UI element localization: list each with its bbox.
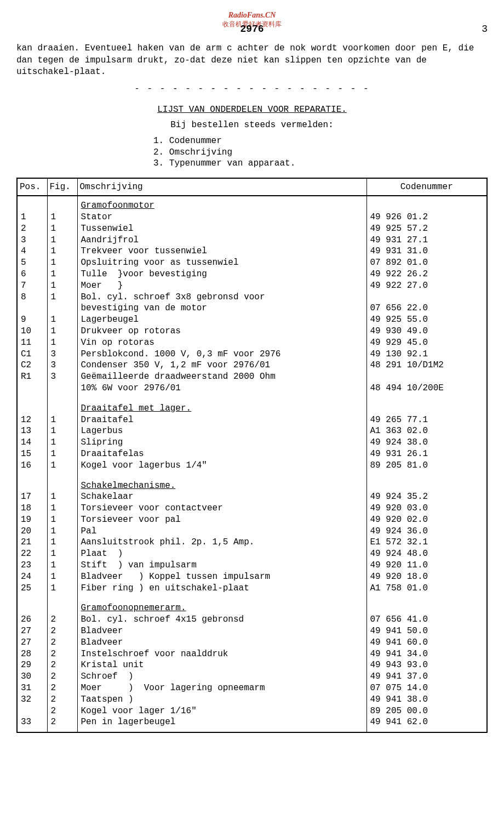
cell-fig: 1 bbox=[47, 235, 77, 246]
cell-fig: 1 bbox=[47, 537, 77, 548]
cell-fig: 1 bbox=[47, 337, 77, 349]
cell-desc: Draaitafel bbox=[77, 414, 366, 426]
table-row: 141Slipring49 924 38.0 bbox=[17, 437, 487, 448]
table-spacer bbox=[17, 394, 487, 399]
cell-code: 49 922 27.0 bbox=[366, 280, 487, 292]
cell-code: 49 920 02.0 bbox=[366, 514, 487, 526]
table-row: 282Instelschroef voor naalddruk49 941 34… bbox=[17, 649, 487, 660]
table-row: 332Pen in lagerbeugel49 941 62.0 bbox=[17, 716, 487, 728]
cell-code: 49 941 37.0 bbox=[366, 671, 487, 682]
table-row: 121Draaitafel49 265 77.1 bbox=[17, 414, 487, 426]
cell-code: 49 941 62.0 bbox=[366, 716, 487, 728]
cell-desc: Persblokcond. 1000 V, 0,3 mF voor 2976 bbox=[77, 349, 366, 360]
cell-code: 49 941 38.0 bbox=[366, 694, 487, 706]
cell-fig: 2 bbox=[47, 625, 77, 637]
table-row: R13Geëmailleerde draadweerstand 2000 Ohm bbox=[17, 371, 487, 383]
cell-pos: 23 bbox=[17, 560, 47, 571]
cell-code: 49 924 36.0 bbox=[366, 526, 487, 537]
cell-code: 49 924 48.0 bbox=[366, 548, 487, 560]
cell-pos: 4 bbox=[17, 246, 47, 257]
table-row: 101Drukveer op rotoras49 930 49.0 bbox=[17, 326, 487, 337]
cell-pos: 33 bbox=[17, 716, 47, 728]
table-row: 31Aandrijfrol49 931 27.1 bbox=[17, 235, 487, 246]
cell-fig: 1 bbox=[47, 314, 77, 326]
cell-desc: 10% 6W voor 2976/01 bbox=[77, 383, 366, 394]
cell-code: 49 922 26.2 bbox=[366, 269, 487, 280]
cell-pos: R1 bbox=[17, 371, 47, 383]
cell-pos: 27 bbox=[17, 637, 47, 649]
cell-desc: Stift ) van impulsarm bbox=[77, 560, 366, 571]
cell-desc: Pal bbox=[77, 526, 366, 537]
cell-desc: Schroef ) bbox=[77, 671, 366, 682]
cell-pos: 2 bbox=[17, 223, 47, 235]
cell-fig: 2 bbox=[47, 659, 77, 671]
cell-code bbox=[366, 292, 487, 303]
table-row: 161Kogel voor lagerbus 1/4"89 205 81.0 bbox=[17, 460, 487, 471]
cell-desc: Kogel voor lagerbus 1/4" bbox=[77, 460, 366, 471]
cell-fig bbox=[47, 383, 77, 394]
cell-desc: Torsieveer voor pal bbox=[77, 514, 366, 526]
cell-code: 49 920 18.0 bbox=[366, 571, 487, 583]
cell-code: 07 656 22.0 bbox=[366, 303, 487, 314]
cell-code: 48 291 10/D1M2 bbox=[366, 360, 487, 371]
cell-fig: 1 bbox=[47, 326, 77, 337]
section-title-cell: Gramofoonopnemerarm. bbox=[77, 602, 366, 614]
list-item: 3. Typenummer van apparaat. bbox=[153, 158, 488, 169]
table-section-header: Gramofoonmotor bbox=[17, 200, 487, 212]
cell-code: A1 363 02.0 bbox=[366, 425, 487, 437]
cell-fig: 1 bbox=[47, 246, 77, 257]
cell-pos: 15 bbox=[17, 448, 47, 460]
table-spacer bbox=[17, 728, 487, 732]
table-row: 151Draaitafelas49 931 26.1 bbox=[17, 448, 487, 460]
intro-paragraph: kan draaien. Eventueel haken van de arm … bbox=[16, 43, 488, 78]
cell-fig: 1 bbox=[47, 280, 77, 292]
cell-fig: 1 bbox=[47, 269, 77, 280]
table-row: C23Condenser 350 V, 1,2 mF voor 2976/014… bbox=[17, 360, 487, 371]
cell-pos: 5 bbox=[17, 257, 47, 269]
table-spacer bbox=[17, 594, 487, 598]
table-row: C13Persblokcond. 1000 V, 0,3 mF voor 297… bbox=[17, 349, 487, 360]
cell-code: 49 920 11.0 bbox=[366, 560, 487, 571]
table-row: 71Moer }49 922 27.0 bbox=[17, 280, 487, 292]
cell-pos: 16 bbox=[17, 460, 47, 471]
cell-fig: 3 bbox=[47, 371, 77, 383]
cell-code bbox=[366, 371, 487, 383]
cell-pos: 20 bbox=[17, 526, 47, 537]
table-section-header: Schakelmechanisme. bbox=[17, 480, 487, 492]
cell-fig: 1 bbox=[47, 503, 77, 514]
cell-pos: 19 bbox=[17, 514, 47, 526]
cell-code: 07 656 41.0 bbox=[366, 614, 487, 625]
cell-code: 07 892 01.0 bbox=[366, 257, 487, 269]
cell-pos: 1 bbox=[17, 212, 47, 223]
table-row: 211Aansluitstrook phil. 2p. 1,5 Amp.E1 5… bbox=[17, 537, 487, 548]
table-row: 221Plaat )49 924 48.0 bbox=[17, 548, 487, 560]
cell-fig: 1 bbox=[47, 414, 77, 426]
cell-desc: Stator bbox=[77, 212, 366, 223]
cell-desc: Instelschroef voor naalddruk bbox=[77, 649, 366, 660]
cell-desc: Taatspen ) bbox=[77, 694, 366, 706]
cell-desc: Tussenwiel bbox=[77, 223, 366, 235]
table-spacer bbox=[17, 399, 487, 403]
cell-pos: 6 bbox=[17, 269, 47, 280]
table-section-header: Gramofoonopnemerarm. bbox=[17, 602, 487, 614]
section-title-cell: Gramofoonmotor bbox=[77, 200, 366, 212]
table-row: 262Bol. cyl. schroef 4x15 gebronsd07 656… bbox=[17, 614, 487, 625]
cell-fig: 1 bbox=[47, 560, 77, 571]
cell-fig: 1 bbox=[47, 257, 77, 269]
section-title-cell: Schakelmechanisme. bbox=[77, 480, 366, 492]
cell-code: 49 941 50.0 bbox=[366, 625, 487, 637]
col-header-desc: Omschrijving bbox=[77, 178, 366, 196]
cell-fig: 2 bbox=[47, 671, 77, 682]
section-title-cell: Draaitafel met lager. bbox=[77, 403, 366, 414]
cell-desc: Bladveer bbox=[77, 625, 366, 637]
cell-pos: 11 bbox=[17, 337, 47, 349]
cell-pos: 30 bbox=[17, 671, 47, 682]
cell-desc: Vin op rotoras bbox=[77, 337, 366, 349]
table-row: 111Vin op rotoras49 929 45.0 bbox=[17, 337, 487, 349]
cell-fig: 1 bbox=[47, 514, 77, 526]
cell-desc: Plaat ) bbox=[77, 548, 366, 560]
section-divider: - - - - - - - - - - - - - - - - - - - bbox=[16, 84, 488, 94]
cell-desc: Drukveer op rotoras bbox=[77, 326, 366, 337]
cell-code: 49 943 93.0 bbox=[366, 659, 487, 671]
cell-desc: Trekveer voor tussenwiel bbox=[77, 246, 366, 257]
